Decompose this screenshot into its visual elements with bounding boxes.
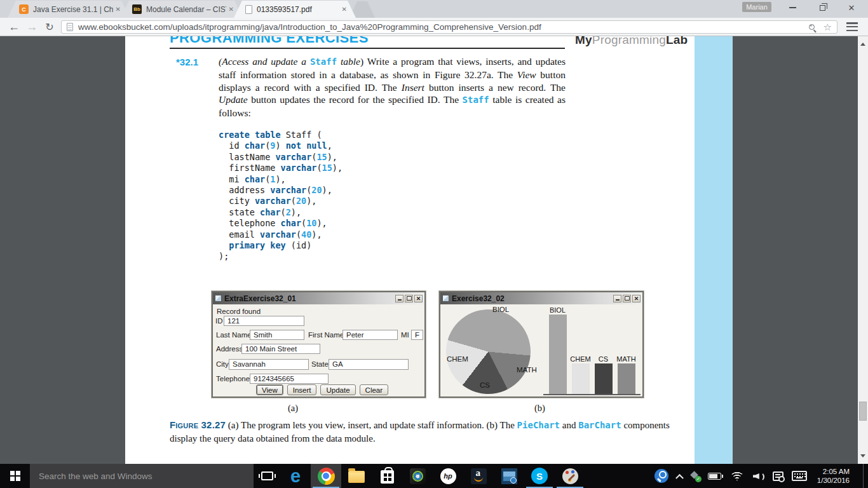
taskbar-app-file-explorer[interactable]	[341, 464, 372, 488]
reload-button[interactable]: ↻	[41, 18, 58, 36]
taskbar-app-hp[interactable]	[433, 464, 463, 488]
last-name-field[interactable]: Smith	[250, 330, 304, 340]
address-bar[interactable]: www.ebooksbucket.com/uploads/itprogrammi…	[61, 20, 837, 34]
taskbar-search-input[interactable]: Search the web and Windows	[30, 464, 254, 488]
state-field[interactable]: GA	[329, 359, 409, 370]
bar-column-cs: CS	[594, 355, 613, 394]
text-segment: Figure 32.27	[170, 419, 226, 430]
browser-tab-1[interactable]: CJava Exercise 31.1 | Chegg.✕	[8, 1, 130, 18]
scroll-down-arrow-icon[interactable]	[860, 454, 865, 460]
scrollbar-thumb[interactable]	[859, 402, 867, 421]
figure-a-maximize-icon	[405, 295, 413, 302]
tab-close-icon[interactable]: ✕	[342, 6, 347, 13]
pdf-page: PROGRAMMING EXERCISES MyProgrammingLab *…	[125, 36, 695, 464]
desktop-screen: CJava Exercise 31.1 | Chegg.✕BbModule Ca…	[0, 0, 868, 488]
section-title-rule	[170, 48, 565, 49]
taskbar-app-amazon[interactable]	[463, 464, 494, 488]
sub-caption-b: (b)	[534, 403, 545, 414]
figure-b-title: Exercise32_02	[452, 294, 613, 303]
dropbox-sync-icon[interactable]	[691, 471, 700, 480]
taskbar-apps: e	[280, 464, 585, 488]
tab-close-icon[interactable]: ✕	[116, 6, 121, 13]
id-label: ID	[215, 317, 223, 325]
window-close-button[interactable]: ✕	[841, 0, 862, 15]
sub-caption-a: (a)	[288, 403, 298, 414]
taskbar-app-store[interactable]	[372, 464, 402, 488]
picpick-icon[interactable]	[654, 469, 668, 483]
text-segment: (a) The program lets you view, insert, a…	[226, 420, 517, 430]
tray-icons	[654, 469, 807, 483]
blackboard-favicon-icon: Bb	[132, 4, 142, 14]
taskbar-app-photos[interactable]	[494, 464, 524, 488]
figure-a-title: ExtraExercise32_01	[224, 294, 395, 303]
update-button[interactable]: Update	[320, 384, 355, 395]
task-view-button[interactable]	[254, 464, 280, 488]
browser-menu-icon[interactable]	[846, 22, 858, 31]
pdf-scrollbar[interactable]	[858, 36, 868, 464]
mi-field[interactable]: F	[411, 330, 423, 340]
bar-label: CS	[599, 355, 608, 363]
zoom-icon[interactable]	[809, 24, 815, 30]
action-center-icon[interactable]	[773, 471, 783, 481]
browser-tab-2[interactable]: BbModule Calendar – CIST23✕	[121, 1, 243, 18]
pie-label-math: MATH	[517, 366, 537, 374]
taskbar-app-chrome[interactable]	[311, 464, 341, 488]
bar-chart-baseline	[543, 394, 641, 395]
text-segment: Staff	[463, 95, 489, 105]
back-arrow-icon: ←	[8, 20, 20, 34]
tab-title: 0133593517.pdf	[257, 5, 339, 14]
taskbar-app-skype[interactable]	[524, 464, 555, 488]
pdf-document-favicon-icon	[245, 5, 252, 14]
clock-date: 1/30/2016	[817, 476, 850, 485]
id-field[interactable]: 121	[224, 316, 304, 326]
back-button[interactable]: ←	[5, 18, 23, 36]
state-label: State	[311, 360, 329, 368]
taskbar-app-paint[interactable]	[555, 464, 585, 488]
page-document-icon	[67, 23, 73, 31]
volume-icon[interactable]	[753, 471, 764, 480]
amazon-icon	[471, 468, 487, 484]
window-restore-button[interactable]	[811, 0, 833, 15]
forward-button[interactable]: →	[23, 18, 41, 36]
text-segment: Update	[219, 94, 248, 105]
bar	[595, 363, 613, 394]
battery-icon[interactable]	[708, 473, 721, 480]
last-name-label: Last Name	[216, 331, 252, 339]
browser-tab-3[interactable]: 0133593517.pdf✕	[234, 1, 356, 18]
taskbar-app-youcam[interactable]	[402, 464, 433, 488]
paint-icon	[562, 468, 578, 484]
text-segment: Insert	[402, 82, 424, 93]
start-button[interactable]	[0, 464, 30, 488]
window-minimize-button[interactable]	[782, 0, 803, 15]
taskbar-clock[interactable]: 2:05 AM 1/30/2016	[817, 467, 850, 485]
city-field[interactable]: Savannah	[229, 359, 309, 370]
clear-button[interactable]: Clear	[360, 384, 388, 395]
exercise-paragraph: (Access and update a Staff table) Write …	[219, 55, 566, 119]
clock-time: 2:05 AM	[817, 467, 850, 476]
bookmark-star-icon[interactable]: ☆	[824, 22, 832, 33]
first-name-field[interactable]: Peter	[342, 330, 398, 340]
youcam-icon	[410, 468, 426, 484]
wifi-icon[interactable]	[729, 471, 745, 481]
minimize-icon	[789, 7, 796, 8]
bar-column-math: MATH	[617, 355, 635, 394]
taskbar-app-edge[interactable]: e	[280, 464, 311, 488]
status-text: Record found	[217, 308, 261, 315]
show-desktop-button[interactable]	[863, 464, 867, 488]
code-line: id char(9) not null,	[219, 140, 342, 151]
bar	[618, 363, 635, 394]
telephone-field[interactable]: 9124345665	[250, 374, 329, 384]
tab-close-icon[interactable]: ✕	[229, 6, 234, 13]
insert-button[interactable]: Insert	[287, 384, 317, 395]
file-explorer-icon	[348, 471, 365, 483]
chevron-up-icon[interactable]	[675, 473, 684, 482]
search-placeholder-text: Search the web and Windows	[39, 471, 153, 481]
code-line: );	[219, 251, 342, 262]
view-button[interactable]: View	[256, 384, 283, 395]
scroll-up-arrow-icon[interactable]	[860, 40, 865, 46]
browser-profile-chip[interactable]: Marian	[742, 2, 771, 12]
address-field[interactable]: 100 Main Street	[241, 344, 320, 354]
touch-keyboard-icon[interactable]	[792, 471, 807, 481]
pdf-viewer: PROGRAMMING EXERCISES MyProgrammingLab *…	[0, 36, 858, 464]
figure-a-titlebar: ExtraExercise32_01 ✕	[213, 292, 424, 304]
